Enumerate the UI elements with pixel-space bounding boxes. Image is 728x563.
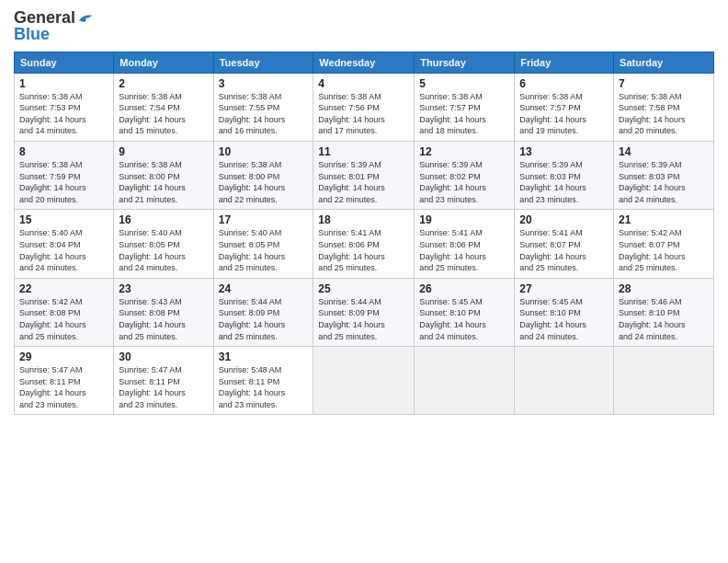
day-number: 7 xyxy=(619,77,709,90)
day-info: Sunrise: 5:42 AM Sunset: 8:08 PM Dayligh… xyxy=(19,296,108,342)
calendar-week-row: 8Sunrise: 5:38 AM Sunset: 7:59 PM Daylig… xyxy=(15,141,714,209)
table-row: 21Sunrise: 5:42 AM Sunset: 8:07 PM Dayli… xyxy=(614,210,714,278)
day-number: 21 xyxy=(619,213,709,226)
table-row: 13Sunrise: 5:39 AM Sunset: 8:03 PM Dayli… xyxy=(515,141,614,209)
day-info: Sunrise: 5:43 AM Sunset: 8:08 PM Dayligh… xyxy=(119,296,208,342)
header: General Blue xyxy=(14,9,714,44)
table-row: 8Sunrise: 5:38 AM Sunset: 7:59 PM Daylig… xyxy=(15,141,114,209)
day-number: 4 xyxy=(318,77,409,90)
table-row xyxy=(614,347,714,415)
day-number: 12 xyxy=(419,145,509,158)
day-number: 9 xyxy=(119,145,208,158)
day-number: 2 xyxy=(119,77,208,90)
col-saturday: Saturday xyxy=(614,52,714,73)
day-number: 23 xyxy=(119,282,208,295)
logo-blue: Blue xyxy=(14,26,50,44)
day-number: 5 xyxy=(419,77,509,90)
table-row: 12Sunrise: 5:39 AM Sunset: 8:02 PM Dayli… xyxy=(415,141,515,209)
day-info: Sunrise: 5:38 AM Sunset: 7:59 PM Dayligh… xyxy=(19,159,108,205)
day-number: 27 xyxy=(519,282,609,295)
table-row: 9Sunrise: 5:38 AM Sunset: 8:00 PM Daylig… xyxy=(114,141,213,209)
col-sunday: Sunday xyxy=(15,52,114,73)
table-row: 2Sunrise: 5:38 AM Sunset: 7:54 PM Daylig… xyxy=(114,73,213,141)
table-row: 14Sunrise: 5:39 AM Sunset: 8:03 PM Dayli… xyxy=(614,141,714,209)
day-info: Sunrise: 5:38 AM Sunset: 7:56 PM Dayligh… xyxy=(318,91,409,137)
day-info: Sunrise: 5:38 AM Sunset: 7:58 PM Dayligh… xyxy=(619,91,709,137)
day-info: Sunrise: 5:39 AM Sunset: 8:01 PM Dayligh… xyxy=(318,159,409,205)
table-row: 25Sunrise: 5:44 AM Sunset: 8:09 PM Dayli… xyxy=(313,278,415,346)
table-row: 16Sunrise: 5:40 AM Sunset: 8:05 PM Dayli… xyxy=(114,210,213,278)
calendar-header-row: Sunday Monday Tuesday Wednesday Thursday… xyxy=(15,52,714,73)
day-number: 22 xyxy=(19,282,108,295)
day-info: Sunrise: 5:39 AM Sunset: 8:02 PM Dayligh… xyxy=(419,159,509,205)
calendar-week-row: 1Sunrise: 5:38 AM Sunset: 7:53 PM Daylig… xyxy=(15,73,714,141)
table-row: 19Sunrise: 5:41 AM Sunset: 8:06 PM Dayli… xyxy=(415,210,515,278)
day-number: 30 xyxy=(119,350,208,363)
day-number: 19 xyxy=(419,213,509,226)
table-row: 26Sunrise: 5:45 AM Sunset: 8:10 PM Dayli… xyxy=(415,278,515,346)
table-row: 5Sunrise: 5:38 AM Sunset: 7:57 PM Daylig… xyxy=(415,73,515,141)
day-info: Sunrise: 5:40 AM Sunset: 8:05 PM Dayligh… xyxy=(119,227,208,273)
day-number: 13 xyxy=(519,145,609,158)
table-row: 1Sunrise: 5:38 AM Sunset: 7:53 PM Daylig… xyxy=(15,73,114,141)
day-info: Sunrise: 5:39 AM Sunset: 8:03 PM Dayligh… xyxy=(619,159,709,205)
day-info: Sunrise: 5:45 AM Sunset: 8:10 PM Dayligh… xyxy=(419,296,509,342)
day-info: Sunrise: 5:44 AM Sunset: 8:09 PM Dayligh… xyxy=(219,296,309,342)
day-number: 1 xyxy=(19,77,108,90)
col-tuesday: Tuesday xyxy=(213,52,313,73)
day-info: Sunrise: 5:42 AM Sunset: 8:07 PM Dayligh… xyxy=(619,227,709,273)
day-number: 25 xyxy=(318,282,409,295)
day-info: Sunrise: 5:38 AM Sunset: 8:00 PM Dayligh… xyxy=(219,159,309,205)
col-friday: Friday xyxy=(515,52,614,73)
day-info: Sunrise: 5:38 AM Sunset: 8:00 PM Dayligh… xyxy=(119,159,208,205)
table-row: 29Sunrise: 5:47 AM Sunset: 8:11 PM Dayli… xyxy=(15,347,114,415)
day-number: 18 xyxy=(318,213,409,226)
table-row: 6Sunrise: 5:38 AM Sunset: 7:57 PM Daylig… xyxy=(515,73,614,141)
table-row: 17Sunrise: 5:40 AM Sunset: 8:05 PM Dayli… xyxy=(213,210,313,278)
table-row: 24Sunrise: 5:44 AM Sunset: 8:09 PM Dayli… xyxy=(213,278,313,346)
col-thursday: Thursday xyxy=(415,52,515,73)
day-number: 28 xyxy=(619,282,709,295)
table-row: 10Sunrise: 5:38 AM Sunset: 8:00 PM Dayli… xyxy=(213,141,313,209)
day-info: Sunrise: 5:38 AM Sunset: 7:55 PM Dayligh… xyxy=(219,91,309,137)
day-number: 8 xyxy=(19,145,108,158)
day-number: 6 xyxy=(519,77,609,90)
table-row: 27Sunrise: 5:45 AM Sunset: 8:10 PM Dayli… xyxy=(515,278,614,346)
day-info: Sunrise: 5:46 AM Sunset: 8:10 PM Dayligh… xyxy=(619,296,709,342)
calendar-table: Sunday Monday Tuesday Wednesday Thursday… xyxy=(14,52,714,416)
day-info: Sunrise: 5:45 AM Sunset: 8:10 PM Dayligh… xyxy=(519,296,609,342)
day-number: 3 xyxy=(219,77,309,90)
table-row: 28Sunrise: 5:46 AM Sunset: 8:10 PM Dayli… xyxy=(614,278,714,346)
table-row: 7Sunrise: 5:38 AM Sunset: 7:58 PM Daylig… xyxy=(614,73,714,141)
table-row: 30Sunrise: 5:47 AM Sunset: 8:11 PM Dayli… xyxy=(114,347,213,415)
col-monday: Monday xyxy=(114,52,213,73)
day-info: Sunrise: 5:47 AM Sunset: 8:11 PM Dayligh… xyxy=(19,364,108,410)
day-info: Sunrise: 5:38 AM Sunset: 7:57 PM Dayligh… xyxy=(419,91,509,137)
day-info: Sunrise: 5:38 AM Sunset: 7:57 PM Dayligh… xyxy=(519,91,609,137)
table-row: 11Sunrise: 5:39 AM Sunset: 8:01 PM Dayli… xyxy=(313,141,415,209)
day-number: 16 xyxy=(119,213,208,226)
table-row: 15Sunrise: 5:40 AM Sunset: 8:04 PM Dayli… xyxy=(15,210,114,278)
day-number: 26 xyxy=(419,282,509,295)
day-number: 24 xyxy=(219,282,309,295)
day-number: 17 xyxy=(219,213,309,226)
table-row: 4Sunrise: 5:38 AM Sunset: 7:56 PM Daylig… xyxy=(313,73,415,141)
table-row xyxy=(313,347,415,415)
table-row xyxy=(415,347,515,415)
day-number: 29 xyxy=(19,350,108,363)
day-info: Sunrise: 5:47 AM Sunset: 8:11 PM Dayligh… xyxy=(119,364,208,410)
day-info: Sunrise: 5:38 AM Sunset: 7:54 PM Dayligh… xyxy=(119,91,208,137)
table-row: 3Sunrise: 5:38 AM Sunset: 7:55 PM Daylig… xyxy=(213,73,313,141)
day-number: 10 xyxy=(219,145,309,158)
day-info: Sunrise: 5:44 AM Sunset: 8:09 PM Dayligh… xyxy=(318,296,409,342)
day-info: Sunrise: 5:41 AM Sunset: 8:07 PM Dayligh… xyxy=(519,227,609,273)
day-info: Sunrise: 5:40 AM Sunset: 8:04 PM Dayligh… xyxy=(19,227,108,273)
day-info: Sunrise: 5:38 AM Sunset: 7:53 PM Dayligh… xyxy=(19,91,108,137)
col-wednesday: Wednesday xyxy=(313,52,415,73)
day-number: 14 xyxy=(619,145,709,158)
calendar-week-row: 29Sunrise: 5:47 AM Sunset: 8:11 PM Dayli… xyxy=(15,347,714,415)
calendar-week-row: 15Sunrise: 5:40 AM Sunset: 8:04 PM Dayli… xyxy=(15,210,714,278)
day-info: Sunrise: 5:40 AM Sunset: 8:05 PM Dayligh… xyxy=(219,227,309,273)
logo-bird-icon xyxy=(77,12,94,25)
day-info: Sunrise: 5:39 AM Sunset: 8:03 PM Dayligh… xyxy=(519,159,609,205)
